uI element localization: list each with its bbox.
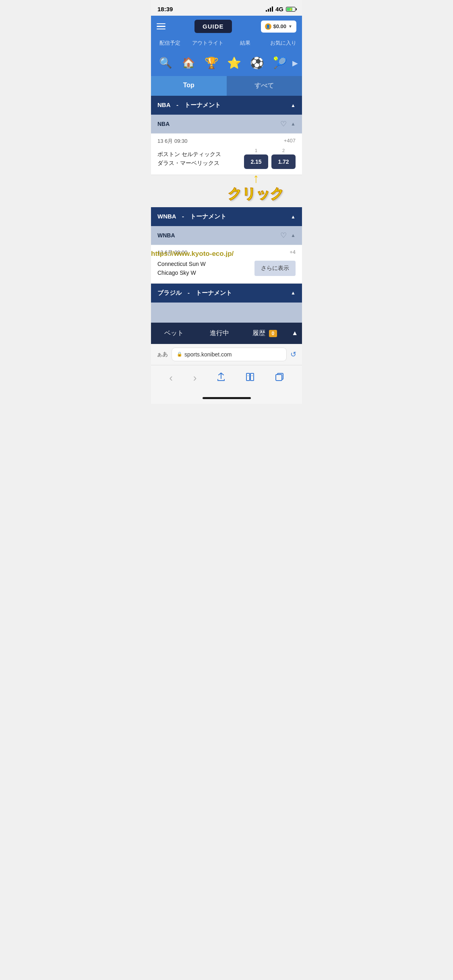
tab-all[interactable]: すべて [227, 76, 302, 96]
search-icon[interactable]: 🔍 [155, 55, 176, 71]
back-button[interactable]: ‹ [163, 369, 179, 387]
wnba-tournament-header[interactable]: WNBA - トーナメント ▲ [151, 207, 302, 226]
nav-tab-schedule[interactable]: 配信予定 [151, 37, 189, 49]
nba-match-time: 13 6月 09:30 [157, 138, 187, 145]
nav-tab-outright[interactable]: アウトライト [189, 37, 227, 49]
lock-icon: 🔒 [177, 352, 182, 357]
nba-odds-label-1: 1 [255, 148, 257, 153]
balance-amount: $0.00 [273, 23, 287, 29]
sports-row: 🔍 🏠 🏆 ⭐ ⚽ 🎾 ▶ [151, 53, 302, 76]
nba-tournament-arrow-icon: ▲ [291, 103, 296, 108]
url-bar[interactable]: 🔒 sports.konibet.com [172, 348, 286, 361]
in-progress-button[interactable]: 進行中 [197, 323, 242, 344]
status-right: 4G ⚡ [266, 6, 296, 12]
forward-button[interactable]: › [187, 369, 203, 387]
url-text: sports.konibet.com [184, 351, 232, 358]
nba-tournament-header[interactable]: NBA - トーナメント ▲ [151, 96, 302, 115]
soccer-icon[interactable]: ⚽ [246, 55, 268, 71]
sports-chevron-icon[interactable]: ▶ [292, 59, 298, 68]
status-bar: 18:39 4G ⚡ [151, 0, 302, 16]
wnba-match-time: 13 6月 09:00 [157, 249, 187, 256]
nav-tabs: 配信予定 アウトライト 結果 お気に入り [151, 37, 302, 53]
nba-odds-btn-2[interactable]: 1.72 [271, 154, 296, 169]
wnba-match-odds-row: Connecticut Sun W Chicago Sky W さらに表示 [157, 259, 296, 278]
bookmarks-button[interactable] [239, 369, 261, 387]
time: 18:39 [157, 6, 173, 12]
home-bar [203, 397, 251, 399]
wnba-team2: Chicago Sky W [157, 268, 250, 277]
history-button[interactable]: 履歴 0 [242, 323, 288, 344]
wnba-match-container: https://www.kyoto-eco.jp/ 13 6月 09:00 +4… [151, 245, 302, 284]
brazil-league-row [151, 303, 302, 323]
wnba-match-teams: Connecticut Sun W Chicago Sky W [157, 259, 250, 278]
wnba-collapse-icon[interactable]: ▲ [291, 233, 296, 238]
nba-odds-btn-1[interactable]: 2.15 ↑ クリック [244, 154, 268, 169]
home-icon[interactable]: 🏠 [178, 55, 199, 71]
wnba-match-time-row: 13 6月 09:00 +4 [157, 249, 296, 256]
nba-team1: ボストン セルティックス [157, 150, 240, 159]
wnba-tournament-arrow-icon: ▲ [291, 214, 296, 220]
bet-button[interactable]: ベット [151, 323, 197, 344]
click-annotation: ↑ クリック [228, 172, 284, 203]
browser-nav: ‹ › [151, 365, 302, 394]
home-indicator [151, 394, 302, 404]
wnba-favorite-icon[interactable]: ♡ [280, 231, 287, 240]
wnba-show-more-button[interactable]: さらに表示 [254, 261, 296, 276]
nba-match-teams: ボストン セルティックス ダラス・マーベリックス [157, 150, 240, 168]
wnba-league-name: WNBA [157, 232, 175, 239]
nav-tab-results[interactable]: 結果 [227, 37, 265, 49]
wnba-team1: Connecticut Sun W [157, 259, 250, 268]
nba-odds-columns: 1 2.15 ↑ クリック 2 1.72 [244, 148, 296, 169]
bottom-chevron-icon[interactable]: ▲ [288, 323, 302, 343]
svg-rect-1 [250, 373, 254, 381]
nba-odds-label-2: 2 [282, 148, 285, 153]
nba-match-odds-row: ボストン セルティックス ダラス・マーベリックス 1 2.15 ↑ クリック 2… [157, 148, 296, 169]
nba-match-more: +407 [284, 138, 296, 145]
svg-rect-4 [276, 375, 282, 381]
nba-favorite-icon[interactable]: ♡ [280, 119, 287, 128]
nba-odds-col-2: 2 1.72 [271, 148, 296, 169]
nba-team2: ダラス・マーベリックス [157, 159, 240, 167]
battery-icon: ⚡ [286, 7, 296, 12]
tennis-icon[interactable]: 🎾 [269, 55, 291, 71]
balance-button[interactable]: 👤 $0.00 ▼ [261, 21, 296, 33]
refresh-button[interactable]: ↺ [290, 350, 296, 359]
nba-match-container: 13 6月 09:30 +407 ボストン セルティックス ダラス・マーベリック… [151, 134, 302, 175]
signal-bars-icon [266, 6, 273, 12]
wnba-match-more: +4 [290, 249, 296, 256]
wnba-league-actions: ♡ ▲ [280, 231, 296, 240]
user-icon: 👤 [265, 23, 271, 30]
click-arrow-icon: ↑ [253, 172, 259, 185]
history-badge: 0 [269, 330, 277, 337]
nba-match-time-row: 13 6月 09:30 +407 [157, 138, 296, 145]
brazil-tournament-arrow-icon: ▲ [291, 290, 296, 296]
tab-top[interactable]: Top [151, 76, 227, 96]
wnba-tournament-title: WNBA - トーナメント [157, 213, 226, 220]
nba-tournament-title: NBA - トーナメント [157, 101, 221, 109]
nba-odds-col-1: 1 2.15 ↑ クリック [244, 148, 268, 169]
hamburger-menu-button[interactable] [157, 23, 165, 30]
section-tabs: Top すべて [151, 76, 302, 96]
header: GUIDE 👤 $0.00 ▼ [151, 16, 302, 37]
svg-rect-0 [246, 373, 250, 381]
battery-bolt-icon: ⚡ [289, 7, 293, 11]
font-size-button[interactable]: ぁあ [157, 351, 168, 358]
network-label: 4G [275, 6, 283, 12]
brazil-tournament-title: ブラジル - トーナメント [157, 289, 232, 297]
wnba-league-row: WNBA ♡ ▲ [151, 226, 302, 245]
click-text: クリック [228, 185, 284, 203]
nba-collapse-icon[interactable]: ▲ [291, 121, 296, 127]
trophy-icon[interactable]: 🏆 [201, 55, 222, 71]
nba-league-actions: ♡ ▲ [280, 119, 296, 128]
balance-dropdown-arrow: ▼ [288, 24, 292, 29]
nba-league-name: NBA [157, 121, 170, 127]
browser-bar: ぁあ 🔒 sports.konibet.com ↺ [151, 344, 302, 365]
nav-tab-favorites[interactable]: お気に入り [264, 37, 302, 49]
brazil-tournament-header[interactable]: ブラジル - トーナメント ▲ [151, 284, 302, 303]
nba-league-row: NBA ♡ ▲ [151, 115, 302, 134]
share-button[interactable] [211, 369, 232, 387]
tabs-button[interactable] [269, 369, 290, 387]
star-icon[interactable]: ⭐ [223, 55, 245, 71]
bottom-bar: ベット 進行中 履歴 0 ▲ [151, 323, 302, 344]
guide-button[interactable]: GUIDE [194, 20, 232, 33]
